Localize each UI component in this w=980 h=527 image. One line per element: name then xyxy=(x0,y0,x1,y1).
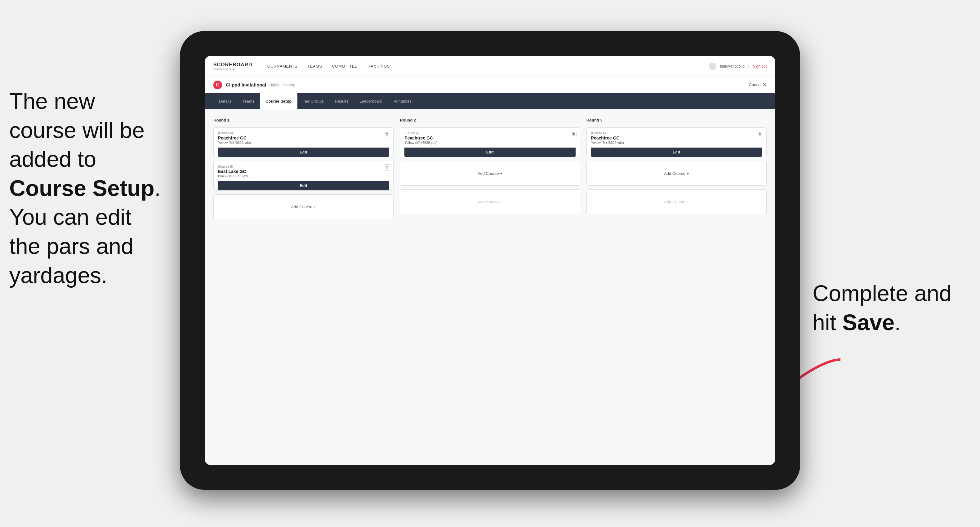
separator: | xyxy=(748,64,749,68)
nav-rankings[interactable]: RANKINGS xyxy=(368,64,390,68)
round-1-label: Round 1 xyxy=(213,118,393,122)
round-1-add-course-btn[interactable]: Add Course + xyxy=(213,194,393,219)
round-1-course-b-card: 🗑 (Course B) East Lake GC Black (M) (689… xyxy=(213,161,393,190)
round-1-course-b-tag: (Course B) xyxy=(218,165,389,168)
round-1-course-a-details: Yellow (M) (6629 yds) xyxy=(218,141,389,144)
round-2-label: Round 2 xyxy=(400,118,580,122)
round-2-course-a-name: Peachtree GC xyxy=(404,135,575,140)
logo-title: SCOREBOARD xyxy=(213,62,253,68)
tab-printables[interactable]: Printables xyxy=(388,93,417,109)
topnav: SCOREBOARD Powered by clippd TOURNAMENTS… xyxy=(205,56,775,77)
round-1-col: Round 1 🗑 (Course A) Peachtree GC Yellow… xyxy=(213,118,393,219)
user-email: blair@clippd.io xyxy=(720,64,745,68)
round-2-course-a-delete[interactable]: 🗑 xyxy=(571,131,577,137)
breadcrumb-cancel[interactable]: Cancel ✕ xyxy=(749,82,767,88)
round-1-course-a-delete[interactable]: 🗑 xyxy=(384,131,390,137)
round-1-course-b-delete[interactable]: 🗑 xyxy=(384,164,390,170)
tab-course-setup[interactable]: Course Setup xyxy=(260,93,298,109)
round-2-course-a-card: 🗑 (Course A) Peachtree GC Yellow (M) (66… xyxy=(400,127,580,157)
tab-results[interactable]: Results xyxy=(329,93,354,109)
breadcrumb-gender-badge: Men xyxy=(269,83,280,87)
tablet-device: SCOREBOARD Powered by clippd TOURNAMENTS… xyxy=(180,31,800,490)
scoreboard-logo: SCOREBOARD Powered by clippd xyxy=(213,62,253,71)
logo-sub: Powered by clippd xyxy=(213,68,253,71)
nav-teams[interactable]: TEAMS xyxy=(307,64,322,68)
round-3-course-a-details: Yellow (M) (6629 yds) xyxy=(591,141,762,144)
tab-tee-groups[interactable]: Tee Groups xyxy=(298,93,329,109)
nav-committee[interactable]: COMMITTEE xyxy=(332,64,358,68)
user-avatar xyxy=(709,63,716,70)
round-1-course-b-name: East Lake GC xyxy=(218,169,389,174)
round-2-col: Round 2 🗑 (Course A) Peachtree GC Yellow… xyxy=(400,118,580,219)
round-3-course-a-delete[interactable]: 🗑 xyxy=(757,131,763,137)
round-2-course-a-details: Yellow (M) (6629 yds) xyxy=(404,141,575,144)
round-1-course-b-details: Black (M) (6891 yds) xyxy=(218,174,389,178)
round-2-course-a-edit-btn[interactable]: Edit xyxy=(404,148,575,157)
tab-leaderboard[interactable]: Leaderboard xyxy=(354,93,388,109)
round-2-course-a-tag: (Course A) xyxy=(404,132,575,135)
round-3-course-a-tag: (Course A) xyxy=(591,132,762,135)
round-1-course-a-tag: (Course A) xyxy=(218,132,389,135)
round-3-col: Round 3 🗑 (Course A) Peachtree GC Yellow… xyxy=(587,118,767,219)
breadcrumb-logo: C xyxy=(213,81,222,89)
round-3-course-a-name: Peachtree GC xyxy=(591,135,762,140)
round-3-add-course-btn-2: Add Course + xyxy=(587,189,767,214)
rounds-grid: Round 1 🗑 (Course A) Peachtree GC Yellow… xyxy=(213,118,767,219)
round-3-add-course-btn[interactable]: Add Course + xyxy=(587,161,767,186)
round-2-add-course-btn-2: Add Course + xyxy=(400,189,580,214)
round-3-label: Round 3 xyxy=(587,118,767,122)
sign-out-link[interactable]: Sign out xyxy=(753,64,767,68)
tablet-screen: SCOREBOARD Powered by clippd TOURNAMENTS… xyxy=(205,56,775,465)
left-annotation: The new course will be added to Course S… xyxy=(9,87,180,290)
round-1-course-a-edit-btn[interactable]: Edit xyxy=(218,148,389,157)
round-1-course-b-edit-btn[interactable]: Edit xyxy=(218,181,389,190)
tab-details[interactable]: Details xyxy=(213,93,237,109)
round-2-add-course-btn[interactable]: Add Course + xyxy=(400,161,580,186)
round-1-course-a-card: 🗑 (Course A) Peachtree GC Yellow (M) (66… xyxy=(213,127,393,157)
nav-right: blair@clippd.io | Sign out xyxy=(709,63,767,70)
nav-links: TOURNAMENTS TEAMS COMMITTEE RANKINGS xyxy=(265,64,709,68)
nav-tournaments[interactable]: TOURNAMENTS xyxy=(265,64,298,68)
round-3-course-a-edit-btn[interactable]: Edit xyxy=(591,148,762,157)
tab-bar: Details Teams Course Setup Tee Groups Re… xyxy=(205,93,775,109)
tab-teams[interactable]: Teams xyxy=(237,93,260,109)
main-content: Round 1 🗑 (Course A) Peachtree GC Yellow… xyxy=(205,109,775,465)
breadcrumb-title: Clippd Invitational xyxy=(226,82,266,87)
round-3-course-a-card: 🗑 (Course A) Peachtree GC Yellow (M) (66… xyxy=(587,127,767,157)
right-annotation: Complete and hit Save. xyxy=(813,279,961,337)
breadcrumb-status: Hosting xyxy=(283,83,295,87)
round-1-course-a-name: Peachtree GC xyxy=(218,135,389,140)
breadcrumb-bar: C Clippd Invitational Men Hosting Cancel… xyxy=(205,77,775,93)
